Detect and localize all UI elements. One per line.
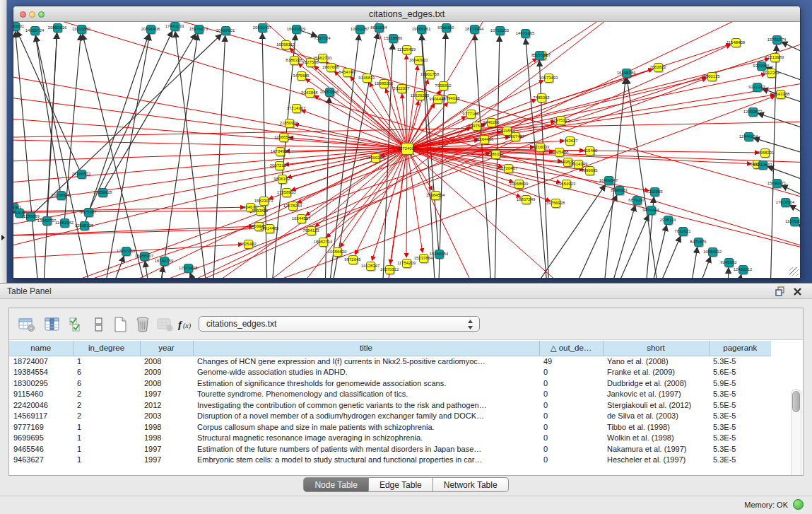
graph-node[interactable]: 15976073 [194, 25, 204, 34]
table-cell[interactable]: 19384554 [9, 367, 73, 378]
table-row[interactable]: 911546021997Tourette syndrome. Phenomeno… [9, 389, 771, 400]
table-cell[interactable]: Nakamura et al. (1997) [603, 443, 709, 455]
tab-network-table[interactable]: Network Table [433, 477, 509, 492]
graph-node[interactable]: 2935114 [664, 216, 673, 225]
graph-node[interactable]: 16148784 [622, 69, 631, 78]
graph-node[interactable]: 18614349 [574, 160, 583, 169]
show-column-button[interactable] [43, 315, 61, 334]
tab-node-table[interactable]: Node Table [303, 477, 369, 492]
delete-column-button[interactable] [134, 315, 152, 334]
graph-node[interactable]: 17016504 [781, 198, 790, 207]
table-cell[interactable]: 1997 [140, 443, 193, 455]
row-options-button[interactable] [90, 315, 108, 334]
column-header[interactable]: year [140, 341, 193, 356]
graph-node[interactable]: 18952714 [319, 238, 328, 247]
expand-panel-arrow-icon[interactable] [1, 235, 5, 240]
network-canvas[interactable]: 1872400716058112818632891275081546271028… [13, 22, 800, 278]
table-row[interactable]: 2242004622012Investigating the contribut… [9, 399, 771, 411]
graph-node[interactable]: 15692971 [772, 179, 782, 188]
table-cell[interactable]: 0 [539, 389, 603, 400]
table-cell[interactable]: Jankovic et al. (1997) [603, 389, 709, 400]
graph-node[interactable]: 20072124 [275, 161, 284, 170]
column-header[interactable]: pagerank [709, 341, 771, 356]
graph-node[interactable]: 14734997 [276, 147, 285, 156]
table-cell[interactable]: 5.3E-5 [709, 356, 771, 367]
graph-node[interactable]: 16570312 [385, 265, 394, 274]
table-row[interactable]: 977716911998Corpus callosum shape and si… [9, 421, 771, 433]
table-row[interactable]: 1872400712008Changes of HCN gene express… [9, 356, 771, 367]
table-cell[interactable]: 1 [73, 455, 140, 466]
table-cell[interactable]: 5.5E-5 [709, 399, 771, 411]
graph-node[interactable]: 11015810 [77, 25, 86, 34]
table-cell[interactable]: 5.3E-5 [709, 389, 771, 400]
table-cell[interactable]: 2 [73, 389, 140, 400]
graph-node[interactable]: 17214367 [292, 104, 301, 113]
graph-node[interactable]: 16210643 [758, 160, 767, 170]
table-cell[interactable]: Wolkin et al. (1998) [603, 433, 709, 444]
graph-node[interactable]: 7986322 [491, 150, 500, 159]
graph-node[interactable]: 6794028 [447, 94, 457, 103]
table-cell[interactable]: 9777169 [9, 421, 73, 433]
graph-node[interactable]: 5493822 [256, 206, 265, 216]
table-cell[interactable]: Disruption of a novel member of a sodium… [193, 411, 539, 422]
graph-node[interactable]: 9777169 [466, 110, 476, 119]
column-header[interactable]: △ out_de… [539, 341, 603, 356]
table-cell[interactable]: 2 [73, 411, 140, 422]
graph-node[interactable]: 11548408 [731, 38, 741, 47]
table-cell[interactable]: 5.6E-5 [709, 367, 771, 378]
table-cell[interactable]: 5.3E-5 [709, 411, 771, 422]
table-row[interactable]: 946362711997Embryonic stem cells: a mode… [9, 455, 771, 466]
table-cell[interactable]: 9699695 [9, 433, 73, 444]
graph-node[interactable]: 6497548 [472, 122, 481, 131]
table-cell[interactable]: Corpus callosum shape and size in male p… [193, 421, 539, 433]
graph-node[interactable]: 12366544 [279, 133, 288, 142]
graph-node[interactable]: 16344557 [297, 214, 306, 223]
graph-node[interactable]: 16961758 [425, 70, 435, 79]
graph-node[interactable]: 7663822 [654, 63, 663, 72]
table-cell[interactable]: Hescheler et al. (1997) [603, 455, 709, 466]
graph-node[interactable]: 8471676 [694, 238, 703, 247]
table-row[interactable]: 1830029562008Estimation of significance … [9, 378, 771, 389]
table-cell[interactable]: 0 [539, 421, 603, 433]
table-cell[interactable]: 5.3E-5 [709, 433, 771, 444]
graph-node[interactable]: 16409547 [604, 176, 613, 185]
graph-node[interactable]: 14914485 [265, 224, 274, 233]
graph-node[interactable]: 7654123 [307, 226, 316, 235]
graph-node[interactable]: 9115460 [585, 146, 594, 156]
graph-node[interactable]: 6879197 [632, 196, 642, 205]
graph-node[interactable]: 2867608 [326, 63, 336, 72]
graph-node[interactable]: 14055724 [30, 26, 40, 35]
graph-node[interactable]: 5322037 [397, 84, 406, 93]
graph-node[interactable]: 16033809 [292, 25, 301, 34]
table-cell[interactable]: Yano et al. (2008) [603, 356, 709, 367]
table-row[interactable]: 946554611997Estimation of the future num… [9, 443, 771, 455]
table-cell[interactable]: Estimation of the future numbers of pati… [193, 443, 539, 455]
graph-node[interactable]: 21850926 [285, 119, 294, 128]
graph-node[interactable]: 16640910 [414, 56, 423, 65]
table-cell[interactable]: 2009 [140, 367, 193, 378]
table-cell[interactable]: Tourette syndrome. Phenomenology and cla… [193, 389, 539, 400]
graph-node[interactable]: 7515526 [535, 51, 544, 60]
graph-node[interactable]: 10653287 [355, 25, 365, 34]
table-cell[interactable]: 1998 [140, 433, 193, 444]
graph-node[interactable]: 8938923 [615, 186, 624, 195]
table-cell[interactable]: 22420046 [9, 399, 73, 411]
graph-node[interactable]: 17358910 [282, 188, 291, 197]
table-cell[interactable]: Structural magnetic resonance image aver… [193, 433, 539, 444]
graph-node[interactable]: 9975887 [84, 208, 93, 217]
table-cell[interactable]: 0 [539, 443, 603, 455]
delete-table-disabled-button[interactable] [156, 315, 175, 334]
graph-node[interactable]: 16782759 [160, 257, 169, 266]
graph-node[interactable]: 10719155 [495, 26, 505, 35]
graph-node[interactable]: 9972645 [348, 255, 358, 264]
graph-node[interactable]: 3475685 [297, 71, 306, 81]
graph-node[interactable]: 15823073 [259, 197, 269, 206]
graph-node[interactable]: 7485063 [537, 93, 546, 103]
table-cell[interactable]: 0 [539, 455, 603, 466]
graph-node[interactable]: 5912354 [767, 69, 776, 78]
graph-node[interactable]: 15958231 [760, 148, 770, 158]
table-cell[interactable]: Genome-wide association studies in ADHD. [193, 367, 539, 378]
graph-node[interactable]: 13942737 [42, 216, 52, 226]
graph-node[interactable]: 20437601 [221, 26, 230, 35]
graph-node[interactable]: 19033831 [13, 22, 20, 31]
